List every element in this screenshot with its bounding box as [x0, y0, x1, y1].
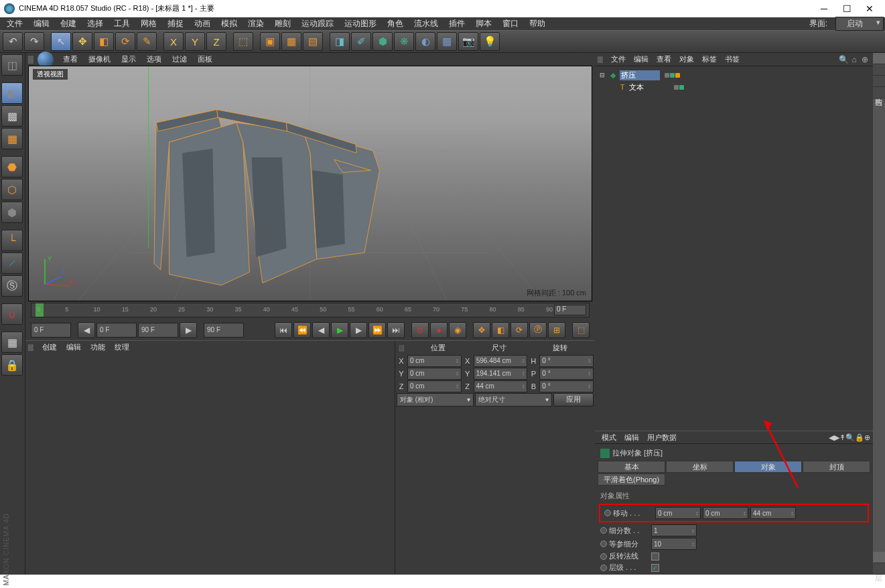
object-tree[interactable]: ⊟ ◆ 挤压 T 文本	[595, 66, 873, 431]
search-icon[interactable]: 🔍	[838, 54, 849, 65]
step-fwd[interactable]: ▶	[350, 322, 367, 338]
time-ruler[interactable]: 051015202530354045505560657075808590 0 F	[31, 303, 590, 317]
key-options[interactable]: ◉	[449, 322, 466, 338]
add-generator[interactable]: ⬢	[372, 32, 393, 51]
new-icon[interactable]: ⊕	[864, 433, 870, 442]
menu-edit[interactable]: 编辑	[28, 17, 55, 31]
flip-checkbox[interactable]	[651, 553, 659, 561]
om-file[interactable]: 文件	[607, 53, 630, 66]
menu-file[interactable]: 文件	[1, 17, 28, 31]
om-edit[interactable]: 编辑	[630, 53, 653, 66]
record-key[interactable]: ⊘	[411, 322, 429, 338]
menu-anim[interactable]: 动画	[189, 17, 216, 31]
pos-input[interactable]: 0 cm	[407, 355, 462, 367]
menu-select[interactable]: 选择	[82, 17, 109, 31]
menu-mograph[interactable]: 运动图形	[339, 17, 382, 31]
tab-coord[interactable]: 坐标	[666, 461, 734, 473]
fwd-icon[interactable]: ▶	[834, 433, 839, 442]
soft-select[interactable]: ∪	[1, 303, 23, 325]
grip-icon[interactable]	[28, 344, 33, 351]
search-icon[interactable]: 🔍	[845, 433, 855, 442]
iso-input[interactable]: 10	[651, 538, 697, 550]
rtab-object[interactable]: 对象	[873, 53, 885, 64]
grip-icon[interactable]	[598, 56, 603, 63]
edge-mode[interactable]: ⬡	[1, 179, 23, 200]
vp-options[interactable]: 选项	[141, 53, 167, 66]
tag-icon[interactable]	[679, 85, 684, 90]
add-light[interactable]: 💡	[480, 32, 500, 51]
menu-track[interactable]: 运动跟踪	[296, 17, 339, 31]
step-back[interactable]: ◀	[312, 322, 330, 338]
om-objects[interactable]: 对象	[675, 53, 698, 66]
tag-icon[interactable]	[665, 73, 669, 78]
rot-input[interactable]: 0 °	[539, 355, 594, 367]
lock-icon[interactable]: 🔒	[855, 433, 864, 442]
attr-edit[interactable]: 编辑	[620, 431, 643, 444]
axis-mode[interactable]: └	[1, 230, 23, 251]
mat-func[interactable]: 功能	[86, 341, 110, 354]
viewport[interactable]: 透视视图	[28, 66, 592, 301]
tab-caps[interactable]: 封顶	[803, 461, 870, 473]
radio-icon[interactable]	[604, 510, 611, 516]
step-fwd-key[interactable]: ⏩	[368, 322, 386, 338]
tag-icon[interactable]	[674, 85, 679, 90]
tab-phong[interactable]: 平滑着色(Phong)	[598, 473, 665, 486]
rotate-tool[interactable]: ⟳	[115, 32, 135, 51]
step-back-key[interactable]: ⏪	[293, 322, 311, 338]
redo-button[interactable]: ↷	[24, 32, 44, 51]
menu-script[interactable]: 脚本	[470, 17, 497, 31]
timeline[interactable]: 051015202530354045505560657075808590 0 F	[25, 301, 595, 320]
goto-end[interactable]: ⏭	[387, 322, 405, 338]
menu-snap[interactable]: 捕捉	[162, 17, 189, 31]
menu-window[interactable]: 窗口	[497, 17, 524, 31]
layout-dropdown[interactable]: 启动	[835, 17, 884, 31]
undo-button[interactable]: ↶	[3, 32, 23, 51]
texture-mode[interactable]: ▩	[1, 105, 23, 127]
move-tool[interactable]: ✥	[72, 32, 92, 51]
vp-display[interactable]: 显示	[116, 53, 141, 66]
rtab-takes[interactable]: 场次	[873, 64, 885, 76]
vp-camera[interactable]: 摄像机	[83, 53, 116, 66]
rtab-structure[interactable]: 构造	[873, 87, 885, 98]
radio-icon[interactable]	[600, 540, 607, 547]
rot-input[interactable]: 0 °	[539, 368, 594, 380]
key-pla[interactable]: ⊞	[548, 322, 565, 338]
tab-basic[interactable]: 基本	[598, 461, 665, 473]
tweak-mode[interactable]: ⟋	[1, 252, 23, 274]
mat-edit[interactable]: 编辑	[62, 341, 86, 354]
rot-input[interactable]: 0 °	[539, 380, 594, 392]
size-input[interactable]: 194.141 cm	[474, 368, 528, 380]
close-button[interactable]: ✕	[858, 1, 881, 16]
minimize-button[interactable]: ─	[813, 1, 835, 16]
add-mograph[interactable]: ❋	[394, 32, 414, 51]
autokey[interactable]: ●	[430, 322, 448, 338]
frame-current[interactable]: 0 F	[96, 323, 137, 338]
twisty-icon[interactable]: ⊟	[598, 72, 606, 78]
add-spline[interactable]: ✐	[351, 32, 371, 51]
vp-view[interactable]: 查看	[58, 53, 83, 66]
workplane-lock[interactable]: ▦	[1, 332, 23, 353]
attr-mode[interactable]: 模式	[598, 431, 620, 444]
key-scale[interactable]: ◧	[492, 322, 509, 338]
scale-tool[interactable]: ◧	[94, 32, 114, 51]
object-name[interactable]: 挤压	[620, 70, 660, 80]
pos-input[interactable]: 0 cm	[407, 368, 462, 380]
timeline-end-field[interactable]: 0 F	[554, 305, 586, 315]
seg-input[interactable]: 1	[651, 524, 697, 536]
menu-create[interactable]: 创建	[55, 17, 82, 31]
render-region[interactable]: ▦	[281, 32, 301, 51]
radio-icon[interactable]	[600, 553, 607, 560]
make-editable[interactable]: ◫	[1, 54, 23, 76]
size-input[interactable]: 44 cm	[474, 380, 528, 392]
play-button[interactable]: ▶	[331, 322, 348, 338]
lock-x[interactable]: X	[163, 32, 184, 51]
select-tool[interactable]: ↖	[51, 32, 71, 51]
object-name[interactable]: 文本	[629, 82, 669, 92]
viewport-nav-icon[interactable]	[38, 52, 54, 68]
vp-filter[interactable]: 过滤	[167, 53, 192, 66]
om-bookmarks[interactable]: 书签	[721, 53, 744, 66]
point-mode[interactable]: ⬣	[1, 156, 23, 177]
menu-sim[interactable]: 模拟	[216, 17, 243, 31]
om-tags[interactable]: 标签	[698, 53, 721, 66]
move-x-input[interactable]: 0 cm	[655, 507, 701, 519]
